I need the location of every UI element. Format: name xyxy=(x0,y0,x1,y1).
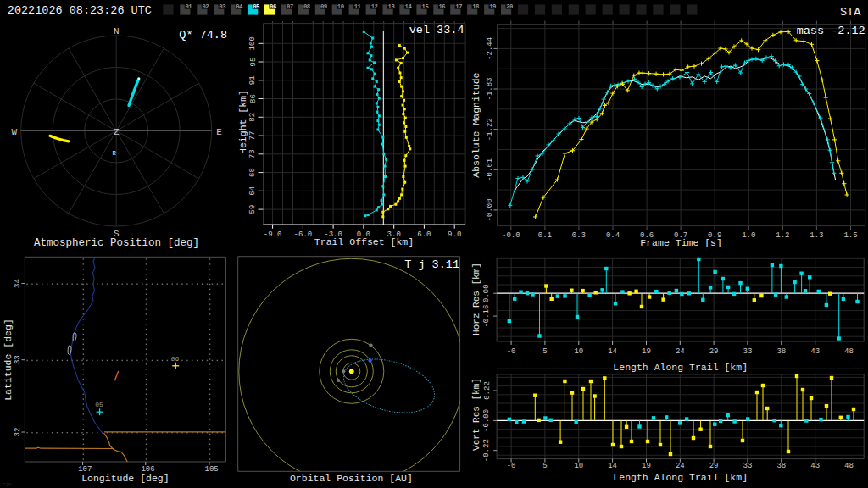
svg-text:86: 86 xyxy=(249,94,258,103)
svg-text:10: 10 xyxy=(337,3,344,10)
svg-text:W: W xyxy=(11,127,17,137)
svg-text:43: 43 xyxy=(810,347,820,356)
svg-text:Longitude [deg]: Longitude [deg] xyxy=(81,473,170,484)
svg-text:04: 04 xyxy=(236,3,243,10)
svg-text:29: 29 xyxy=(709,347,719,356)
svg-text:Length Along Trail [km]: Length Along Trail [km] xyxy=(613,362,748,373)
svg-text:Z: Z xyxy=(114,127,120,137)
svg-text:05: 05 xyxy=(253,3,259,10)
svg-text:33: 33 xyxy=(743,462,753,470)
svg-text:vel 33.4: vel 33.4 xyxy=(409,24,465,36)
svg-text:-0.00: -0.00 xyxy=(483,409,492,432)
svg-text:-0: -0 xyxy=(507,462,516,470)
svg-text:91: 91 xyxy=(249,75,258,85)
svg-text:-6.0: -6.0 xyxy=(294,230,313,239)
svg-text:38: 38 xyxy=(776,347,786,356)
svg-text:-0.00: -0.00 xyxy=(486,198,494,221)
svg-text:-0.22: -0.22 xyxy=(483,439,492,462)
svg-text:06: 06 xyxy=(270,3,276,10)
svg-text:20: 20 xyxy=(506,3,513,10)
svg-text:29: 29 xyxy=(709,462,719,470)
svg-text:33: 33 xyxy=(743,347,753,356)
svg-text:Frame Time [s]: Frame Time [s] xyxy=(640,237,722,248)
svg-text:Q* 74.8: Q* 74.8 xyxy=(179,29,227,42)
svg-text:24: 24 xyxy=(676,347,685,356)
svg-text:Latitude [deg]: Latitude [deg] xyxy=(3,319,14,401)
svg-text:T_j 3.11: T_j 3.11 xyxy=(404,258,459,271)
svg-text:Trail Offset [km]: Trail Offset [km] xyxy=(314,236,414,247)
svg-text:-0.16: -0.16 xyxy=(483,305,492,328)
svg-text:95: 95 xyxy=(249,58,258,67)
svg-text:10: 10 xyxy=(574,462,583,470)
svg-text:08: 08 xyxy=(303,3,310,10)
svg-text:0.4: 0.4 xyxy=(606,231,620,240)
svg-text:20221026 08:23:26 UTC: 20221026 08:23:26 UTC xyxy=(8,4,152,17)
svg-text:09: 09 xyxy=(320,3,327,10)
svg-text:03: 03 xyxy=(219,3,225,10)
svg-text:18: 18 xyxy=(472,3,479,10)
svg-text:-105: -105 xyxy=(200,465,219,474)
svg-text:33: 33 xyxy=(14,355,22,364)
svg-text:14: 14 xyxy=(405,3,413,10)
svg-text:100: 100 xyxy=(249,36,258,50)
svg-text:38: 38 xyxy=(776,462,786,470)
svg-text:0.3: 0.3 xyxy=(572,231,586,240)
svg-text:82: 82 xyxy=(249,113,258,122)
svg-text:Vert Res [km]: Vert Res [km] xyxy=(471,378,481,451)
svg-text:48: 48 xyxy=(844,347,854,356)
svg-text:06: 06 xyxy=(171,355,180,363)
svg-text:Horz Res [km]: Horz Res [km] xyxy=(471,263,481,336)
svg-text:43: 43 xyxy=(810,462,820,470)
svg-text:01: 01 xyxy=(185,3,192,10)
svg-text:-0: -0 xyxy=(507,347,516,356)
svg-text:11: 11 xyxy=(354,3,362,10)
svg-text:5: 5 xyxy=(542,462,547,470)
svg-text:64: 64 xyxy=(249,186,258,196)
svg-text:-9.0: -9.0 xyxy=(264,230,282,239)
svg-text:Atmospheric Position [deg]: Atmospheric Position [deg] xyxy=(34,237,199,249)
svg-text:68: 68 xyxy=(249,168,258,177)
svg-text:-2.44: -2.44 xyxy=(486,37,494,60)
svg-text:1.0: 1.0 xyxy=(742,231,755,240)
svg-text:34: 34 xyxy=(14,279,22,288)
svg-text:0.22: 0.22 xyxy=(483,381,492,400)
svg-text:16: 16 xyxy=(438,3,445,10)
svg-text:5: 5 xyxy=(542,347,547,356)
svg-text:24: 24 xyxy=(676,462,685,470)
svg-text:0.00: 0.00 xyxy=(483,284,492,302)
svg-text:32: 32 xyxy=(14,428,22,437)
svg-text:17: 17 xyxy=(455,3,462,10)
svg-text:E: E xyxy=(216,127,222,137)
svg-text:77: 77 xyxy=(249,131,258,141)
svg-text:15: 15 xyxy=(422,3,429,10)
svg-text:N: N xyxy=(114,26,120,36)
svg-text:14: 14 xyxy=(608,462,617,470)
svg-text:19: 19 xyxy=(642,347,651,356)
svg-text:48: 48 xyxy=(844,462,854,470)
svg-text:73: 73 xyxy=(249,149,258,158)
svg-text:-1.83: -1.83 xyxy=(486,77,494,100)
svg-text:6.0: 6.0 xyxy=(417,230,431,239)
svg-text:-1.22: -1.22 xyxy=(486,118,494,141)
svg-text:Length Along Trail [km]: Length Along Trail [km] xyxy=(613,472,748,483)
svg-text:05: 05 xyxy=(95,401,103,408)
svg-text:19: 19 xyxy=(489,3,496,10)
svg-text:Height [km]: Height [km] xyxy=(237,90,248,154)
svg-text:-0.0: -0.0 xyxy=(502,231,520,240)
svg-text:0.1: 0.1 xyxy=(538,231,552,240)
svg-text:19: 19 xyxy=(642,462,651,470)
svg-text:13: 13 xyxy=(388,3,395,10)
svg-text:Orbital Position [AU]: Orbital Position [AU] xyxy=(290,473,413,484)
svg-text:02: 02 xyxy=(202,3,209,10)
svg-text:12: 12 xyxy=(371,3,378,10)
svg-text:mass -2.12: mass -2.12 xyxy=(797,25,865,37)
svg-text:-0.61: -0.61 xyxy=(486,158,494,181)
svg-text:1.2: 1.2 xyxy=(776,231,789,240)
svg-text:1.3: 1.3 xyxy=(810,231,823,240)
svg-text:STA: STA xyxy=(840,6,861,19)
svg-text:59: 59 xyxy=(249,205,258,214)
svg-text:14: 14 xyxy=(608,347,617,356)
svg-text:9.0: 9.0 xyxy=(448,230,461,239)
svg-text:1.5: 1.5 xyxy=(843,231,857,240)
svg-text:Absolute Magnitude: Absolute Magnitude xyxy=(470,72,481,177)
